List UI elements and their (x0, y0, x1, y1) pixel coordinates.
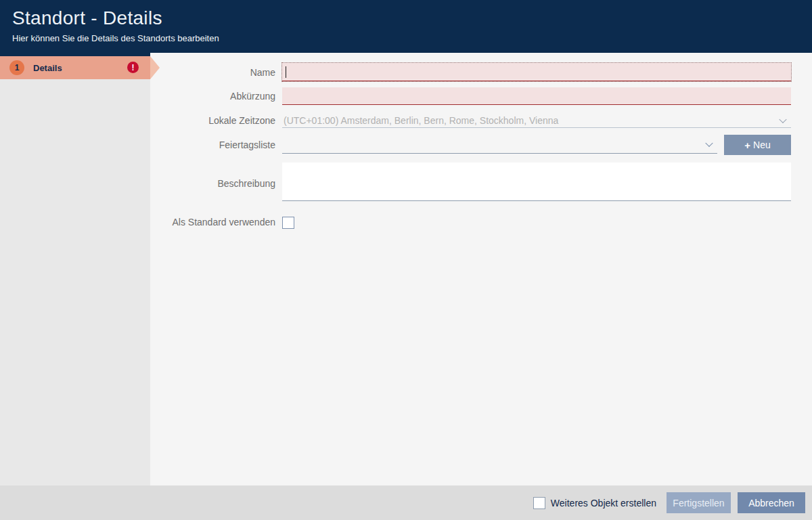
plus-icon: + (744, 139, 750, 151)
chevron-down-icon (705, 139, 713, 147)
text-caret (286, 66, 286, 78)
description-textarea[interactable] (282, 162, 791, 201)
holiday-list-row: Feiertagsliste + Neu (150, 135, 812, 155)
description-row: Beschreibung (150, 162, 812, 204)
name-input[interactable] (282, 63, 791, 81)
holiday-list-label: Feiertagsliste (150, 139, 275, 150)
page-header: Standort - Details Hier können Sie die D… (0, 0, 812, 53)
footer-bar: Weiteres Objekt erstellen Fertigstellen … (0, 485, 812, 520)
page-title: Standort - Details (12, 7, 812, 30)
name-row: Name (150, 63, 812, 81)
abbreviation-input[interactable] (282, 87, 791, 105)
wizard-step-sidebar: 1 Details ! (0, 53, 150, 485)
use-as-default-label: Als Standard verwenden (150, 217, 275, 228)
create-another-label: Weiteres Objekt erstellen (551, 498, 656, 508)
timezone-label: Lokale Zeitzone (150, 115, 275, 126)
step-arrow-icon (150, 56, 160, 79)
body: 1 Details ! Name Abkürzung (0, 53, 812, 485)
name-label: Name (150, 67, 275, 78)
finish-button[interactable]: Fertigstellen (667, 492, 731, 513)
timezone-dropdown: (UTC+01:00) Amsterdam, Berlin, Bern, Rom… (282, 113, 791, 128)
step-number-badge: 1 (9, 60, 24, 75)
holiday-list-dropdown[interactable] (282, 135, 717, 154)
cancel-button[interactable]: Abbrechen (738, 492, 805, 513)
use-as-default-checkbox[interactable] (282, 217, 294, 229)
timezone-row: Lokale Zeitzone (UTC+01:00) Amsterdam, B… (150, 113, 812, 128)
abbreviation-row: Abkürzung (150, 87, 812, 105)
description-label: Beschreibung (150, 178, 275, 189)
error-icon: ! (127, 62, 139, 73)
new-button-label: Neu (753, 139, 771, 150)
use-as-default-row: Als Standard verwenden (150, 216, 812, 229)
create-another-checkbox[interactable] (533, 497, 545, 509)
new-holiday-list-button[interactable]: + Neu (724, 135, 791, 155)
abbreviation-label: Abkürzung (150, 91, 275, 102)
step-label: Details (33, 63, 62, 73)
standort-details-window: Standort - Details Hier können Sie die D… (0, 0, 812, 520)
form-panel: Name Abkürzung Lokale Zeitzone (UTC+01:0… (150, 53, 812, 485)
wizard-step-details[interactable]: 1 Details ! (0, 56, 150, 79)
page-subtitle: Hier können Sie die Details des Standort… (12, 33, 812, 43)
